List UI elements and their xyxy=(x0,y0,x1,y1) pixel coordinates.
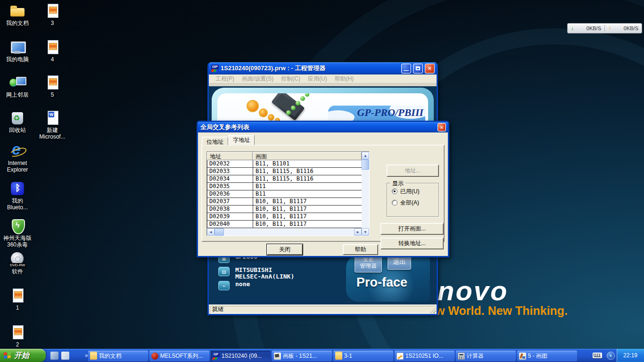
desktop-icon[interactable]: 神州天海版 360杀毒 xyxy=(0,218,35,248)
desktop-icon[interactable]: 我的电脑 xyxy=(0,39,35,63)
quick-launch-icon[interactable] xyxy=(50,352,58,360)
taskbar-task-button[interactable]: 5 - 画图 xyxy=(517,351,577,362)
desktop-icon[interactable]: 我的 Blueto... xyxy=(0,181,35,211)
dialog-close-icon[interactable]: ✕ xyxy=(438,123,446,132)
address-tab[interactable]: 字地址 xyxy=(228,135,255,145)
radio-option[interactable]: 已用(U) xyxy=(392,188,438,195)
open-screen-button[interactable]: 打开画面... xyxy=(380,223,444,235)
desktop-icon[interactable]: 5 xyxy=(35,74,70,99)
desktop-icon[interactable]: 4 xyxy=(35,39,70,63)
table-row[interactable]: D02040 B10, B11, B1117 xyxy=(207,221,362,228)
green-ball-icon xyxy=(296,101,300,106)
column-header-address[interactable]: 地址 xyxy=(207,152,253,160)
scroll-right-icon[interactable]: ► xyxy=(354,228,362,236)
menu-item[interactable]: 控制(C) xyxy=(277,75,304,83)
network-speed-widget[interactable]: ↓ 0KB/S ↑ 0KB/S xyxy=(567,23,642,33)
taskbar-task-button[interactable]: MELSOFT系列... xyxy=(149,351,209,362)
task-label: 3-1 xyxy=(344,353,352,359)
menu-item[interactable]: 画面/设置(S) xyxy=(238,75,277,83)
display-groupbox: 显示 已用(U) 全部(A) xyxy=(387,183,439,217)
quick-launch-bar xyxy=(46,352,84,360)
download-speed: ↓ 0KB/S xyxy=(568,25,604,32)
desktop-icon[interactable]: 1 xyxy=(0,288,35,312)
keyboard-tray-icon[interactable] xyxy=(593,353,602,358)
exit-button[interactable]: 退出 xyxy=(388,255,411,270)
window-titlebar[interactable]: 1S210240(090723).prw : - 工程管理器 — ✕ xyxy=(209,62,437,74)
taskbar-task-button[interactable]: 我的文档 xyxy=(88,351,148,362)
desktop-icon[interactable]: 新建 Microsof... xyxy=(35,110,70,140)
scroll-up-icon[interactable]: ▲ xyxy=(362,152,369,159)
minimize-button[interactable]: — xyxy=(401,64,411,74)
table-row[interactable]: D02036 B11 xyxy=(207,190,362,198)
desktop-icon[interactable]: 我的文档 xyxy=(0,3,35,27)
close-dialog-button[interactable]: 关闭 xyxy=(267,244,303,255)
desktop-icon-label: 3 xyxy=(51,20,54,27)
menu-item[interactable]: 帮助(H) xyxy=(331,75,358,83)
connector-icon: ⌁ xyxy=(218,281,230,290)
address-button[interactable]: 地址... xyxy=(387,165,439,177)
dialog-body: 位地址字地址 地址 画面 D02032 B11, B1101 D02033 B1… xyxy=(198,132,448,256)
desktop-icon[interactable]: 回收站 xyxy=(0,110,35,134)
table-row[interactable]: D02035 B11 xyxy=(207,183,362,190)
scroll-left-icon[interactable]: ◄ xyxy=(207,228,215,236)
table-row[interactable]: D02033 B11, B1115, B1116 xyxy=(207,168,362,175)
convert-address-button[interactable]: 转换地址... xyxy=(380,238,444,249)
menu-item[interactable]: 应用(U) xyxy=(304,75,331,83)
radio-option[interactable]: 全部(A) xyxy=(392,199,438,206)
desktop-icon-label: 我的电脑 xyxy=(6,57,29,63)
row-screens: B10, B11, B1117 xyxy=(253,198,362,205)
tab-page: 地址 画面 D02032 B11, B1101 D02033 B11, B111… xyxy=(201,145,445,242)
project-info-band: ▣ GP2600 ▤ MITSUBISHI MELSEC-AnA(LINK) ⌁… xyxy=(209,250,437,304)
table-row[interactable]: D02034 B11, B1115, B1116 xyxy=(207,175,362,183)
language-bar-icon[interactable]: ‹ xyxy=(607,352,615,360)
taskbar-clock[interactable]: 22:19 xyxy=(617,349,644,362)
task-icon xyxy=(274,353,281,360)
desktop-icon[interactable]: 2 xyxy=(0,324,35,348)
help-button[interactable]: 帮助 xyxy=(343,244,378,255)
desktop-icon[interactable]: 网上邻居 xyxy=(0,74,35,99)
download-speed-value: 0KB/S xyxy=(586,25,601,31)
quick-launch-chevron-icon[interactable]: » xyxy=(85,352,88,359)
row-address: D02038 xyxy=(207,206,253,213)
vertical-scroll-thumb[interactable] xyxy=(362,159,369,170)
change-manager-button[interactable]: 变更 管理器 xyxy=(355,255,382,272)
desktop-icon[interactable]: 3 xyxy=(35,3,70,27)
device-illustration xyxy=(271,93,305,121)
dialog-title: 全局交叉参考列表 xyxy=(200,123,436,132)
row-address: D02033 xyxy=(207,168,253,175)
status-bar: 就绪 xyxy=(209,304,437,314)
desktop-icon[interactable]: DVD-RW 软件 xyxy=(0,250,35,275)
desktop-icon-label: 2 xyxy=(16,342,19,348)
scroll-down-icon[interactable]: ▼ xyxy=(362,228,369,236)
desktop-icon-label: 回收站 xyxy=(9,127,26,134)
quick-launch-icon[interactable] xyxy=(72,352,80,360)
horizontal-scrollbar[interactable]: ◄ ► xyxy=(207,228,362,236)
taskbar-task-button[interactable]: 画板 - 1S21... xyxy=(272,351,332,362)
quick-launch-icon[interactable] xyxy=(61,352,69,360)
taskbar-task-button[interactable]: 1S210240 (09... xyxy=(211,351,271,362)
task-label: 1S210251 IO... xyxy=(405,353,444,359)
maximize-button[interactable] xyxy=(413,64,423,74)
radio-label: 全部(A) xyxy=(400,199,419,207)
taskbar-task-button[interactable]: 3-1 xyxy=(333,351,393,362)
desktop-icon-image xyxy=(44,3,61,19)
desktop-icon-image xyxy=(9,143,26,159)
desktop-icon[interactable]: Internet Explorer xyxy=(0,143,35,173)
table-row[interactable]: D02039 B10, B11, B1117 xyxy=(207,213,362,221)
address-tab[interactable]: 位地址 xyxy=(202,137,228,145)
column-header-screen[interactable]: 画面 xyxy=(253,152,362,160)
horizontal-scroll-thumb[interactable] xyxy=(215,228,224,236)
start-button[interactable]: 开始 xyxy=(0,349,46,362)
taskbar-task-button[interactable]: 计算器 xyxy=(456,351,516,362)
desktop-icon-label: 新建 Microsof... xyxy=(39,127,65,140)
row-address: D02039 xyxy=(207,213,253,220)
table-row[interactable]: D02037 B10, B11, B1117 xyxy=(207,198,362,206)
row-screens: B11, B1101 xyxy=(253,160,362,167)
dialog-titlebar[interactable]: 全局交叉参考列表 ✕ xyxy=(198,122,448,132)
table-row[interactable]: D02032 B11, B1101 xyxy=(207,160,362,168)
close-button[interactable]: ✕ xyxy=(425,64,435,74)
taskbar-task-button[interactable]: 1S210251 IO... xyxy=(395,351,454,362)
vertical-scrollbar[interactable]: ▲ ▼ xyxy=(362,152,369,236)
table-row[interactable]: D02038 B10, B11, B1117 xyxy=(207,206,362,213)
menu-item[interactable]: 工程(P) xyxy=(212,75,238,83)
